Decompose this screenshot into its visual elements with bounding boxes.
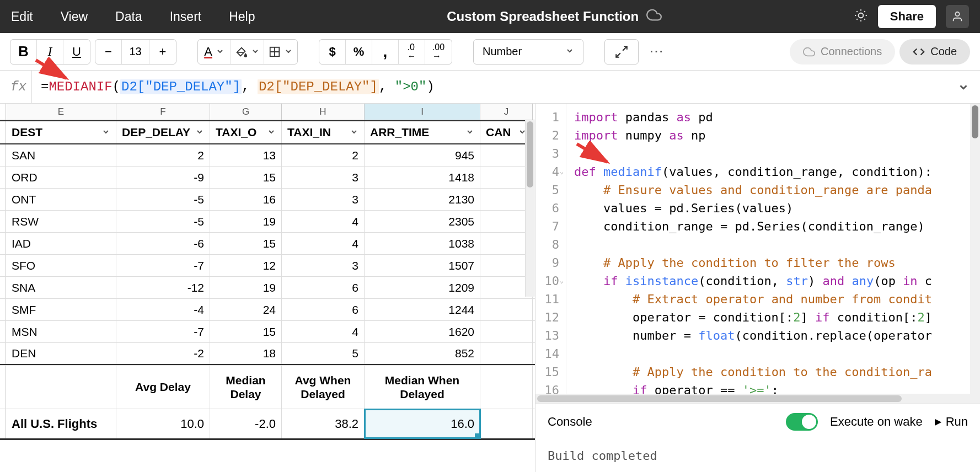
column-header-J[interactable]: J (480, 104, 533, 120)
menu-help[interactable]: Help (229, 9, 255, 24)
fill-handle[interactable] (475, 433, 480, 439)
code-line[interactable] (574, 345, 980, 363)
code-line[interactable]: operator = condition[:2] if condition[:2… (574, 308, 980, 326)
percent-format-button[interactable]: % (346, 40, 372, 64)
summary-header-E[interactable] (6, 366, 116, 409)
code-line[interactable]: if isinstance(condition, str) and any(op… (574, 272, 980, 290)
cell[interactable]: RSW (6, 211, 116, 232)
cell[interactable]: 1507 (365, 255, 480, 276)
column-filter-H[interactable] (350, 126, 358, 139)
bold-button[interactable]: B (10, 40, 37, 64)
cell[interactable]: DEN (6, 343, 116, 364)
cell[interactable]: 1620 (365, 321, 480, 342)
column-header-F[interactable]: F (116, 104, 210, 120)
run-button[interactable]: ▶ Run (935, 415, 968, 429)
code-line[interactable] (574, 235, 980, 254)
line-number[interactable]: 8 (535, 235, 559, 254)
column-header-E[interactable]: E (6, 104, 116, 120)
line-number[interactable]: 7 (535, 217, 559, 235)
summary-value-J[interactable] (480, 409, 533, 438)
code-line[interactable]: values = pd.Series(values) (574, 199, 980, 217)
cell[interactable]: ONT (6, 189, 116, 210)
decrease-decimal-button[interactable]: .0← (399, 40, 425, 64)
line-number[interactable]: 15 (535, 363, 559, 381)
line-number[interactable]: 13 (535, 326, 559, 345)
document-title[interactable]: Custom Spreadsheet Function (447, 9, 639, 24)
user-menu-button[interactable] (946, 5, 969, 28)
currency-format-button[interactable]: $ (319, 40, 346, 64)
cell[interactable]: SNA (6, 277, 116, 298)
cell[interactable]: 19 (210, 277, 282, 298)
cell[interactable]: -7 (116, 255, 210, 276)
cell[interactable]: 3 (282, 255, 365, 276)
cell[interactable]: 19 (210, 211, 282, 232)
cell[interactable]: 15 (210, 233, 282, 254)
code-horizontal-scrollbar[interactable] (535, 394, 980, 404)
column-filter-G[interactable] (267, 126, 276, 139)
line-number[interactable]: 9 (535, 254, 559, 272)
column-filter-E[interactable] (101, 126, 110, 139)
formula-expand-button[interactable] (952, 81, 974, 93)
line-number[interactable]: 3 (535, 144, 559, 163)
cell[interactable]: 3 (282, 189, 365, 210)
cell[interactable]: 4 (282, 321, 365, 342)
code-line[interactable]: # Ensure values and condition_range are … (574, 181, 980, 199)
summary-header-G[interactable]: Median Delay (210, 366, 282, 409)
cell[interactable]: SMF (6, 299, 116, 320)
expand-button[interactable] (605, 40, 638, 64)
cell[interactable]: -2 (116, 343, 210, 364)
summary-header-J[interactable] (480, 366, 533, 409)
code-line[interactable]: number = float(condition.replace(operato… (574, 326, 980, 345)
line-number[interactable]: 5 (535, 181, 559, 199)
code-line[interactable]: # Apply the condition to filter the rows (574, 254, 980, 272)
code-line[interactable]: import pandas as pd (574, 108, 980, 126)
cell[interactable]: -6 (116, 233, 210, 254)
menu-view[interactable]: View (61, 9, 88, 24)
code-line[interactable]: if operator == '>=': (574, 381, 980, 394)
line-number[interactable]: 10⌄ (535, 272, 559, 290)
line-number[interactable]: 12 (535, 308, 559, 326)
comma-format-button[interactable]: , (372, 40, 399, 64)
column-filter-I[interactable] (465, 126, 474, 139)
cell[interactable]: 3 (282, 167, 365, 188)
number-format-select[interactable]: Number (473, 39, 583, 65)
font-size-input[interactable]: 13 (122, 40, 149, 64)
summary-value-G[interactable]: -2.0 (210, 409, 282, 438)
cell[interactable]: 15 (210, 321, 282, 342)
share-button[interactable]: Share (878, 5, 936, 28)
cell[interactable]: 1038 (365, 233, 480, 254)
line-number[interactable]: 2 (535, 126, 559, 144)
font-decrease-button[interactable]: − (95, 40, 122, 64)
cell[interactable]: 4 (282, 211, 365, 232)
cell[interactable]: 4 (282, 233, 365, 254)
code-vertical-scrollbar[interactable] (970, 104, 980, 394)
cell[interactable]: 6 (282, 277, 365, 298)
cell[interactable]: 945 (365, 144, 480, 166)
cell[interactable]: 1209 (365, 277, 480, 298)
column-header-H[interactable]: H (282, 104, 365, 120)
summary-header-I[interactable]: Median When Delayed (365, 366, 480, 409)
menu-data[interactable]: Data (115, 9, 142, 24)
cell[interactable]: -9 (116, 167, 210, 188)
cell[interactable]: -5 (116, 211, 210, 232)
cell[interactable]: 1244 (365, 299, 480, 320)
cell[interactable]: 24 (210, 299, 282, 320)
cell[interactable]: -5 (116, 189, 210, 210)
cell[interactable]: 18 (210, 343, 282, 364)
line-number[interactable]: 1 (535, 108, 559, 126)
cell[interactable]: IAD (6, 233, 116, 254)
font-increase-button[interactable]: + (149, 40, 176, 64)
summary-value-I[interactable]: 16.0 (365, 409, 480, 438)
fill-color-button[interactable] (231, 40, 264, 64)
cell[interactable]: 1418 (365, 167, 480, 188)
code-line[interactable]: import numpy as np (574, 126, 980, 144)
menu-edit[interactable]: Edit (11, 9, 33, 24)
cell[interactable]: 15 (210, 167, 282, 188)
cell[interactable]: ORD (6, 167, 116, 188)
more-options-button[interactable]: ⋯ (643, 39, 670, 65)
cell[interactable] (480, 343, 533, 364)
underline-button[interactable]: U (63, 40, 90, 64)
cell[interactable]: MSN (6, 321, 116, 342)
cell[interactable]: -7 (116, 321, 210, 342)
execute-on-wake-toggle[interactable] (786, 413, 818, 431)
